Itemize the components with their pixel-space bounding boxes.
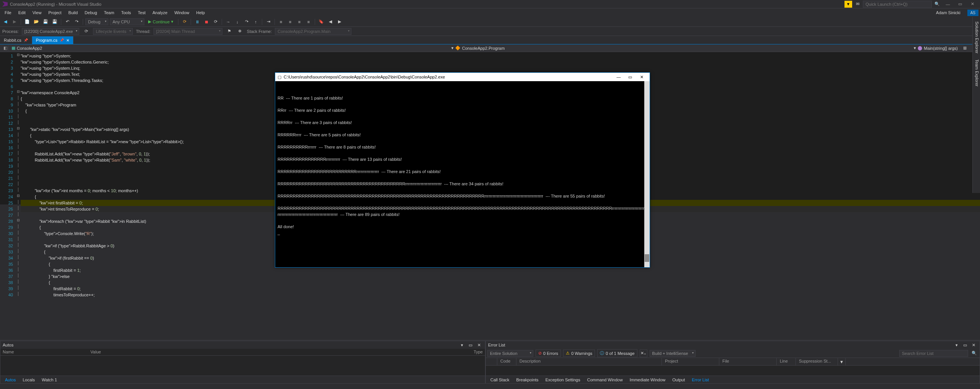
breadcrumb-member[interactable]: ▾ ⬤ Main(string[] args) xyxy=(912,46,959,51)
close-icon[interactable]: ✕ xyxy=(66,38,69,42)
console-window[interactable]: ▢ C:\Users\rushd\source\repos\ConsoleApp… xyxy=(275,72,650,268)
col-project[interactable]: Project xyxy=(662,358,719,365)
menu-window[interactable]: Window xyxy=(171,9,192,16)
scope-dropdown[interactable]: Entire Solution xyxy=(487,350,533,357)
console-maximize-button[interactable]: ▭ xyxy=(624,75,636,80)
nav-pane-icon[interactable]: ◧ xyxy=(2,46,8,51)
save-all-icon[interactable]: 💾 xyxy=(51,18,59,26)
uncomment-icon[interactable]: ≡ xyxy=(305,18,312,26)
breadcrumb-project[interactable]: ▦ ConsoleApp2 xyxy=(10,46,44,51)
pin-icon[interactable]: 📌 xyxy=(60,38,64,42)
breadcrumb-class[interactable]: ▾ 🔶 ConsoleApp2.Program xyxy=(450,46,506,51)
search-icon[interactable]: 🔍 xyxy=(970,350,978,357)
user-avatar[interactable]: AS xyxy=(967,10,978,16)
stop-icon[interactable]: ⏹ xyxy=(203,18,210,26)
console-output[interactable]: RR --- There are 1 pairs of rabbits! RRr… xyxy=(275,81,650,267)
cursor-icon[interactable]: ⇥ xyxy=(265,18,272,26)
nav-forward-icon[interactable]: ▶ xyxy=(11,18,18,26)
tab-output[interactable]: Output xyxy=(669,377,688,383)
menu-edit[interactable]: Edit xyxy=(15,9,29,16)
col-name[interactable]: Name xyxy=(3,350,14,355)
tab-immediate-window[interactable]: Immediate Window xyxy=(627,377,669,383)
indent-decrease-icon[interactable]: ≡ xyxy=(286,18,294,26)
redo-icon[interactable]: ↷ xyxy=(73,18,80,26)
tab-callstack[interactable]: Call Stack xyxy=(487,377,513,383)
open-icon[interactable]: 📂 xyxy=(33,18,40,26)
fold-column[interactable]: ⊟⊟│││││⊟││││││││││⊟│││⊟││││││││││││ xyxy=(16,52,21,204)
nav-back-icon[interactable]: ◀ xyxy=(2,18,9,26)
filter-dropdown[interactable]: Build + IntelliSense xyxy=(650,350,696,357)
warnings-badge[interactable]: ⚠0 Warnings xyxy=(563,350,595,357)
process-dropdown[interactable]: [12200] ConsoleApp2.exe xyxy=(22,28,80,35)
pane-maximize-icon[interactable]: ▭ xyxy=(961,341,969,349)
undo-icon[interactable]: ↶ xyxy=(64,18,71,26)
bookmark-prev-icon[interactable]: ◀ xyxy=(327,18,334,26)
tab-errorlist[interactable]: Error List xyxy=(689,377,712,383)
pane-close-icon[interactable]: ✕ xyxy=(475,341,483,349)
quick-launch-input[interactable] xyxy=(863,1,932,8)
col-suppression[interactable]: Suppression St... xyxy=(796,358,838,365)
close-button[interactable]: ✕ xyxy=(967,0,978,8)
pane-dropdown-icon[interactable]: ▾ xyxy=(953,341,960,349)
col-description[interactable]: Description xyxy=(516,358,662,365)
tab-solution-explorer[interactable]: Solution Explorer xyxy=(975,19,979,56)
tab-program[interactable]: Program.cs 📌 ✕ xyxy=(32,36,74,44)
notification-flag-icon[interactable]: ▾ xyxy=(844,1,852,8)
col-code[interactable]: Code xyxy=(497,358,516,365)
tab-watch1[interactable]: Watch 1 xyxy=(39,377,60,383)
pause-icon[interactable]: ⏸ xyxy=(193,18,201,26)
pane-maximize-icon[interactable]: ▭ xyxy=(467,341,474,349)
thread-freeze-icon[interactable]: ❄ xyxy=(236,28,244,35)
pane-dropdown-icon[interactable]: ▾ xyxy=(458,341,466,349)
console-scrollbar[interactable] xyxy=(644,81,650,267)
col-line[interactable]: Line xyxy=(777,358,796,365)
menu-analyze[interactable]: Analyze xyxy=(149,9,170,16)
bookmark-next-icon[interactable]: ▶ xyxy=(336,18,343,26)
browser-link-icon[interactable]: ⟳ xyxy=(181,18,188,26)
stack-dropdown[interactable]: ConsoleApp2.Program.Main xyxy=(275,28,351,35)
tab-autos[interactable]: Autos xyxy=(2,377,19,383)
tab-team-explorer[interactable]: Team Explorer xyxy=(975,57,979,89)
tab-locals[interactable]: Locals xyxy=(20,377,38,383)
console-minimize-button[interactable]: — xyxy=(613,75,624,79)
tab-command-window[interactable]: Command Window xyxy=(584,377,626,383)
menu-view[interactable]: View xyxy=(29,9,45,16)
next-statement-icon[interactable]: → xyxy=(224,18,232,26)
errorlist-body[interactable] xyxy=(486,366,980,376)
search-icon[interactable]: 🔍 xyxy=(933,0,941,8)
tab-breakpoints[interactable]: Breakpoints xyxy=(513,377,542,383)
console-close-button[interactable]: ✕ xyxy=(636,75,647,80)
menu-debug[interactable]: Debug xyxy=(82,9,100,16)
menu-project[interactable]: Project xyxy=(45,9,64,16)
menu-tools[interactable]: Tools xyxy=(118,9,134,16)
platform-dropdown[interactable]: Any CPU xyxy=(110,18,144,25)
errors-badge[interactable]: ⊘0 Errors xyxy=(536,350,561,357)
tab-exception-settings[interactable]: Exception Settings xyxy=(542,377,583,383)
errorlist-search-input[interactable] xyxy=(899,350,968,357)
cycle-icon[interactable]: ⟳ xyxy=(82,28,90,35)
autos-body[interactable] xyxy=(0,356,485,376)
messages-badge[interactable]: ⓘ0 of 1 Message xyxy=(597,349,637,357)
new-project-icon[interactable]: 📄 xyxy=(23,18,31,26)
console-titlebar[interactable]: ▢ C:\Users\rushd\source\repos\ConsoleApp… xyxy=(275,73,650,81)
menu-team[interactable]: Team xyxy=(101,9,118,16)
col-file[interactable]: File xyxy=(719,358,777,365)
menu-build[interactable]: Build xyxy=(65,9,81,16)
step-into-icon[interactable]: ↓ xyxy=(234,18,241,26)
menu-file[interactable]: File xyxy=(2,9,15,16)
maximize-button[interactable]: ▭ xyxy=(955,0,965,8)
lifecycle-dropdown[interactable]: Lifecycle Events xyxy=(93,28,132,35)
continue-button[interactable]: ▶ Continue ▾ xyxy=(146,18,176,25)
step-out-icon[interactable]: ↑ xyxy=(252,18,260,26)
col-icon[interactable] xyxy=(486,358,497,365)
save-icon[interactable]: 💾 xyxy=(42,18,49,26)
filter-icon[interactable]: ▼ xyxy=(838,358,846,366)
col-type[interactable]: Type xyxy=(474,350,483,355)
split-icon[interactable]: ⊞ xyxy=(961,44,969,52)
clear-icon[interactable]: ✕₊ xyxy=(640,350,647,357)
indent-increase-icon[interactable]: ≡ xyxy=(277,18,285,26)
restart-icon[interactable]: ⟳ xyxy=(212,18,219,26)
thread-flag-icon[interactable]: ⚑ xyxy=(225,28,233,35)
menu-help[interactable]: Help xyxy=(193,9,208,16)
menu-test[interactable]: Test xyxy=(135,9,149,16)
